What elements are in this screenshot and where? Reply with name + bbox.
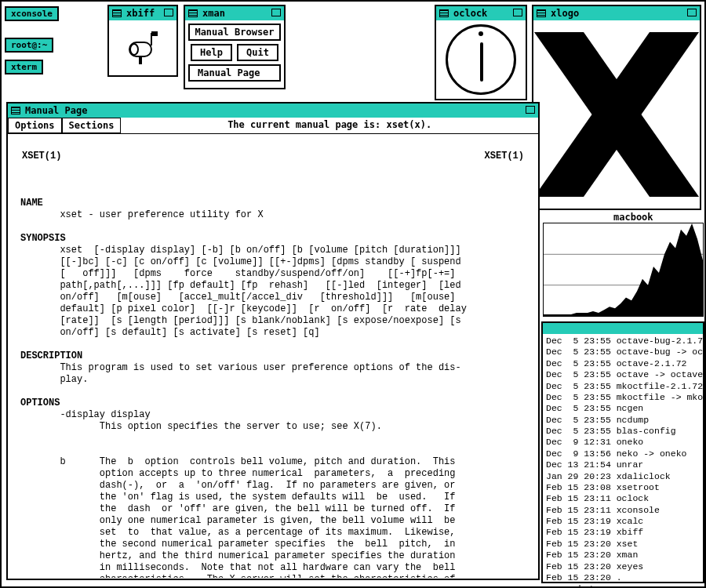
syn-l3: [ off]]] [dpms force standby/suspend/off… [20,268,456,279]
syn-l4: path[,path[,...]]] [fp default] [fp reha… [20,280,461,291]
sec-options: OPTIONS [20,397,60,408]
opt-b-6: set to that value, as a percentage of it… [20,527,456,538]
svg-point-4 [130,44,138,55]
terminal-window: Dec 5 23:55 octave-bug-2.1.72 Dec 5 23:5… [541,321,704,583]
window-menu-icon[interactable] [112,9,122,17]
xlogo-titlebar[interactable]: xlogo [533,6,700,20]
opt-b-0: b The b option controls bell volume, pit… [20,456,456,467]
manpage-window: Manual Page Options Sections The current… [6,102,540,580]
oclock-titlebar[interactable]: oclock [436,6,526,20]
manpage-title: Manual Page [25,105,87,116]
xload-graph [544,223,703,316]
opt-display-1: -display display [20,409,151,420]
xlogo-title: xlogo [551,8,579,19]
svg-rect-3 [151,31,158,36]
oclock-title: oclock [453,8,487,19]
opt-b-10: characteristics. The X server will set t… [20,574,456,578]
window-menu-icon[interactable] [537,9,546,17]
svg-rect-1 [139,56,142,64]
syn-l7: [rate]] [s [length [period]]] [s blank/n… [20,315,461,326]
xlogo-window: xlogo [532,5,701,210]
xload-window [543,223,704,317]
opt-b-3: the 'on' flag is used, the system defaul… [20,492,456,503]
opt-b-8: hertz, and the third numerical parameter… [20,550,456,561]
syn-l6: default] [p pixel color] [[-]r [keycode]… [20,303,467,314]
manpage-menubar: Options Sections The current manual page… [8,118,538,134]
syn-l8: on/off] [s default] [s activate] [s rese… [20,327,320,338]
xlogo-body [533,20,700,209]
xbiff-titlebar[interactable]: xbiff [109,6,176,20]
manpage-body[interactable]: XSET(1)XSET(1) NAME xset - user preferen… [8,134,538,578]
opt-b-1: option accepts up to three numerical par… [20,468,456,479]
sec-synopsis: SYNOPSIS [20,233,66,244]
window-menu-icon[interactable] [439,9,449,17]
xman-window: xman Manual Browser Help Quit Manual Pag… [184,5,286,89]
xbiff-title: xbiff [126,8,155,19]
syn-l5: on/off] [m[ouse] [accel_mult[/accel_div … [20,292,456,303]
xman-titlebar[interactable]: xman [185,6,284,20]
man-hdr-right: XSET(1) [485,151,524,162]
help-button[interactable]: Help [191,44,232,61]
window-menu-icon[interactable] [11,107,20,114]
task-btn-xconsole[interactable]: xconsole [5,6,59,21]
opt-b-7: the second numerical parameter specifies… [20,539,456,550]
manpage-status: The current manual page is: xset(x). [121,118,538,133]
minimize-icon[interactable] [271,9,281,16]
name-text: xset - user preference utility for X [20,209,264,220]
minimize-icon[interactable] [687,9,697,16]
x-logo-icon [534,24,699,205]
svg-marker-9 [544,223,703,316]
xbiff-body [109,20,176,75]
options-menu[interactable]: Options [8,118,62,133]
task-btn-xterm[interactable]: xterm [5,60,43,74]
opt-b-4: the dash or 'off' are given, the bell wi… [20,503,456,514]
desc-l1: This program is used to set various user… [20,362,461,373]
xman-heading: Manual Browser [188,24,281,41]
sections-menu[interactable]: Sections [62,118,122,133]
opt-b-5: only one numerical parameter is given, t… [20,515,456,526]
syn-l1: xset [-display display] [-b] [b on/off] … [20,245,461,256]
clock-face-icon [446,24,516,95]
sec-description: DESCRIPTION [20,350,82,361]
xbiff-window: xbiff [107,5,178,77]
quit-button[interactable]: Quit [237,44,278,61]
desc-l2: play. [20,374,88,385]
man-hdr-left: XSET(1) [22,151,61,162]
syn-l2: [[-]bc] [-c] [c on/off] [c [volume]] [[+… [20,256,461,267]
sec-name: NAME [20,198,43,209]
manpage-titlebar[interactable]: Manual Page [8,103,538,118]
minimize-icon[interactable] [164,9,173,16]
opt-display-2: This option specifies the server to use;… [20,421,382,432]
xman-title: xman [202,8,225,19]
minimize-icon[interactable] [526,106,535,114]
manual-page-button[interactable]: Manual Page [188,64,281,82]
terminal-titlebar[interactable] [543,323,703,334]
minimize-icon[interactable] [513,9,522,16]
opt-b-9: in milliseconds. Note that not all hardw… [20,562,456,573]
oclock-window: oclock [435,5,527,100]
terminal-body[interactable]: Dec 5 23:55 octave-bug-2.1.72 Dec 5 23:5… [543,334,703,588]
mailbox-icon [123,28,162,67]
oclock-body [436,20,526,99]
window-menu-icon[interactable] [188,9,198,17]
task-btn-root[interactable]: root@:~ [5,38,53,53]
host-label: macbook [613,212,653,223]
opt-b-2: dash(-), or a 'on/off' flag. If no param… [20,480,456,491]
